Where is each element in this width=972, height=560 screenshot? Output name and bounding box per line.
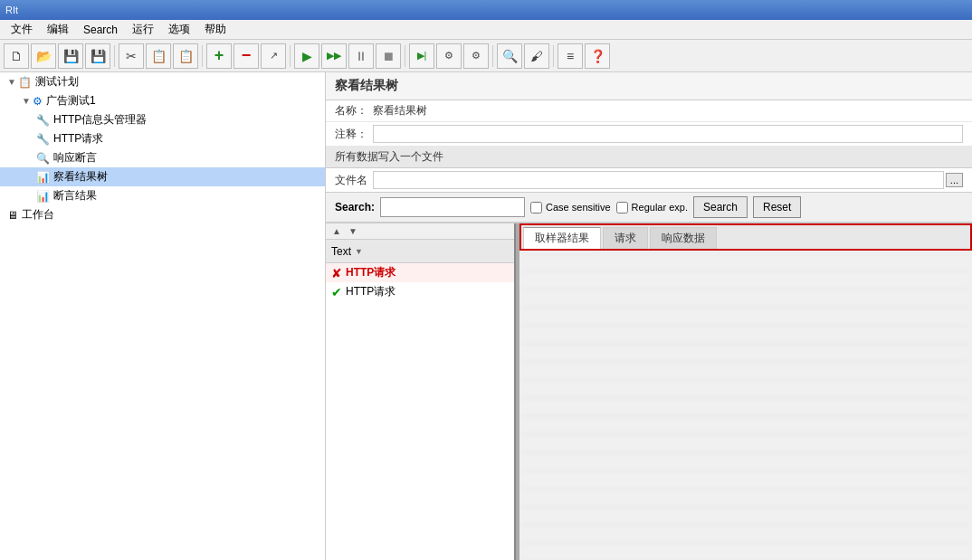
tree-item-label: 测试计划 xyxy=(35,74,79,90)
name-value: 察看结果树 xyxy=(373,103,427,119)
text-column-header[interactable]: Text ▼ xyxy=(326,243,514,260)
settings1-button[interactable]: ⚙ xyxy=(436,43,462,69)
title-bar: RIt xyxy=(0,0,972,20)
save-template-button[interactable]: 💾 xyxy=(58,43,83,69)
result-tree-header: 察看结果树 xyxy=(326,72,972,100)
toolbar: 🗋 📂 💾 💾 ✂ 📋 📋 + − ↗ ▶ ▶▶ ⏸ ⏹ ▶| ⚙ ⚙ 🔍 🖌 … xyxy=(0,40,972,72)
pause-button[interactable]: ⏸ xyxy=(348,43,374,69)
filename-row: 文件名 ... xyxy=(326,168,972,193)
case-sensitive-group: Case sensitive xyxy=(530,202,611,214)
result-item-0[interactable]: ✘ HTTP请求 xyxy=(326,263,514,282)
workbench-icon: 🖥 xyxy=(7,209,18,222)
response-assert-icon: 🔍 xyxy=(36,152,50,165)
result-tree-icon: 📊 xyxy=(36,171,50,184)
regular-exp-group: Regular exp. xyxy=(616,202,688,214)
filename-label: 文件名 xyxy=(335,173,367,188)
expand-icon: ▼ xyxy=(7,77,16,87)
tree-item-adtest1[interactable]: ▼ ⚙ 广告测试1 xyxy=(0,91,325,110)
tab-request[interactable]: 请求 xyxy=(603,227,648,249)
adtest-icon: ⚙ xyxy=(33,95,43,108)
results-list: ▲ ▼ Text ▼ ✘ HTTP请求 ✔ HTTP请求 xyxy=(326,223,516,560)
clear-button[interactable]: 🖌 xyxy=(524,43,549,69)
filename-input[interactable] xyxy=(373,171,944,189)
nav-up-icon[interactable]: ▲ xyxy=(329,225,344,237)
cut-button[interactable]: ✂ xyxy=(119,43,144,69)
http-request-icon: 🔧 xyxy=(36,133,50,146)
results-right: 取样器结果 请求 响应数据 http://blog.csdn.net/LWJ10… xyxy=(519,223,972,560)
tabs-bar: 取样器结果 请求 响应数据 xyxy=(519,223,972,251)
menu-help[interactable]: 帮助 xyxy=(197,20,233,39)
write-all-row: 所有数据写入一个文件 xyxy=(326,147,972,168)
paste-button[interactable]: 📋 xyxy=(173,43,198,69)
tree-item-response-assert[interactable]: 🔍 响应断言 xyxy=(0,148,325,167)
tree-item-label: 察看结果树 xyxy=(53,169,108,185)
run-all-button[interactable]: ▶▶ xyxy=(321,43,347,69)
case-sensitive-checkbox[interactable] xyxy=(530,202,542,214)
run-button[interactable]: ▶ xyxy=(294,43,319,69)
regular-exp-checkbox[interactable] xyxy=(616,202,628,214)
remove-button[interactable]: − xyxy=(233,43,259,69)
search-input[interactable] xyxy=(380,197,525,217)
assert-result-icon: 📊 xyxy=(36,190,50,203)
nav-down-icon[interactable]: ▼ xyxy=(346,225,360,237)
tree-item-label: HTTP请求 xyxy=(53,131,103,147)
comment-row: 注释： xyxy=(326,122,972,147)
menu-options[interactable]: 选项 xyxy=(161,20,197,39)
search-toolbar-button[interactable]: 🔍 xyxy=(497,43,522,69)
tree-item-result-tree[interactable]: 📊 察看结果树 xyxy=(0,167,325,186)
tab-sampler-results[interactable]: 取样器结果 xyxy=(523,227,601,249)
right-panel: 察看结果树 名称： 察看结果树 注释： 所有数据写入一个文件 文件名 ... S… xyxy=(326,72,972,560)
result-item-label: HTTP请求 xyxy=(346,284,395,299)
move-button[interactable]: ↗ xyxy=(261,43,286,69)
results-content: http://blog.csdn.net/LWJ1018 xyxy=(519,251,972,560)
nav-arrows: ▲ ▼ xyxy=(326,223,514,240)
tree-item-label: 响应断言 xyxy=(53,150,97,166)
menu-edit[interactable]: 编辑 xyxy=(40,20,76,39)
tree-item-plan[interactable]: ▼ 📋 测试计划 xyxy=(0,72,325,91)
tab-response-data[interactable]: 响应数据 xyxy=(650,227,717,249)
help-button[interactable]: ❓ xyxy=(585,43,610,69)
http-header-icon: 🔧 xyxy=(36,114,50,127)
title-text: RIt xyxy=(5,5,18,15)
settings2-button[interactable]: ⚙ xyxy=(463,43,489,69)
reset-button[interactable]: Reset xyxy=(753,196,801,218)
ok-status-icon: ✔ xyxy=(331,285,342,299)
tree-item-label: 断言结果 xyxy=(53,188,97,204)
result-tree-title: 察看结果树 xyxy=(335,78,398,92)
blurred-bg xyxy=(519,251,972,560)
expand-icon: ▼ xyxy=(22,96,31,106)
separator-1 xyxy=(114,45,115,67)
search-button[interactable]: Search xyxy=(693,196,748,218)
comment-label: 注释： xyxy=(335,127,367,142)
tree-item-assert-result[interactable]: 📊 断言结果 xyxy=(0,186,325,205)
result-item-1[interactable]: ✔ HTTP请求 xyxy=(326,282,514,301)
save-button[interactable]: 💾 xyxy=(85,43,110,69)
tree-item-label: HTTP信息头管理器 xyxy=(53,112,147,128)
results-area: ▲ ▼ Text ▼ ✘ HTTP请求 ✔ HTTP请求 xyxy=(326,223,972,560)
stop-button[interactable]: ⏹ xyxy=(376,43,401,69)
name-row: 名称： 察看结果树 xyxy=(326,100,972,122)
separator-5 xyxy=(492,45,493,67)
separator-6 xyxy=(553,45,554,67)
case-sensitive-label: Case sensitive xyxy=(546,202,611,213)
add-button[interactable]: + xyxy=(206,43,232,69)
comment-input[interactable] xyxy=(373,125,963,143)
list-button[interactable]: ≡ xyxy=(557,43,583,69)
text-col-label: Text xyxy=(331,245,351,258)
results-list-header: Text ▼ xyxy=(326,240,514,263)
browse-button[interactable]: ... xyxy=(946,173,963,187)
menu-search[interactable]: Search xyxy=(76,22,125,38)
tree-item-http-request[interactable]: 🔧 HTTP请求 xyxy=(0,129,325,148)
new-button[interactable]: 🗋 xyxy=(4,43,29,69)
tree-item-label: 广告测试1 xyxy=(46,93,96,109)
search-label: Search: xyxy=(335,201,375,214)
step-button[interactable]: ▶| xyxy=(409,43,434,69)
tree-item-http-header[interactable]: 🔧 HTTP信息头管理器 xyxy=(0,110,325,129)
column-dropdown-icon: ▼ xyxy=(355,247,363,256)
open-button[interactable]: 📂 xyxy=(31,43,56,69)
copy-button[interactable]: 📋 xyxy=(146,43,171,69)
menu-file[interactable]: 文件 xyxy=(4,20,40,39)
menu-run[interactable]: 运行 xyxy=(125,20,161,39)
write-all-label: 所有数据写入一个文件 xyxy=(335,149,443,165)
tree-item-workbench[interactable]: 🖥 工作台 xyxy=(0,205,325,224)
